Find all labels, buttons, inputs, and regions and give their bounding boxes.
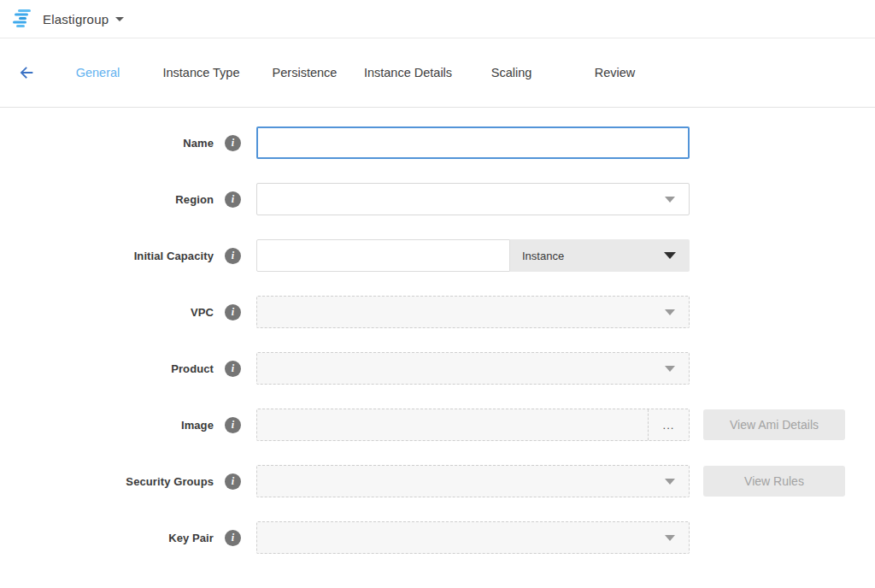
form-row-image: Image i ... View Ami Details [0, 409, 875, 441]
info-icon[interactable]: i [225, 530, 241, 546]
key-pair-label: Key Pair [0, 532, 214, 544]
chevron-down-icon [665, 366, 675, 372]
topbar: Elastigroup [0, 0, 875, 38]
arrow-back-icon [17, 63, 36, 82]
chevron-down-icon [665, 197, 675, 203]
back-button[interactable] [12, 58, 41, 87]
security-groups-select [256, 465, 690, 497]
chevron-down-icon [664, 252, 676, 259]
key-pair-select [256, 521, 690, 554]
form-row-vpc: VPC i [0, 296, 875, 328]
name-input[interactable] [256, 126, 690, 159]
capacity-unit-value: Instance [522, 250, 664, 262]
info-icon[interactable]: i [225, 473, 241, 490]
form-row-security-groups: Security Groups i View Rules [0, 465, 875, 497]
capacity-unit-select[interactable]: Instance [510, 239, 690, 272]
product-label: Product [0, 362, 214, 375]
elastigroup-logo-icon [12, 9, 34, 28]
form-row-product: Product i [0, 352, 875, 385]
info-icon[interactable]: i [225, 135, 241, 151]
initial-capacity-label: Initial Capacity [0, 250, 214, 262]
initial-capacity-input[interactable] [256, 239, 510, 272]
chevron-down-icon [115, 17, 124, 21]
info-icon[interactable]: i [225, 417, 241, 433]
tab-general[interactable]: General [46, 66, 150, 79]
form-row-key-pair: Key Pair i [0, 521, 875, 554]
info-icon[interactable]: i [225, 304, 241, 320]
tab-scaling[interactable]: Scaling [460, 66, 563, 79]
app-switcher[interactable]: Elastigroup [43, 12, 124, 26]
info-icon[interactable]: i [225, 191, 241, 208]
tab-instance-type[interactable]: Instance Type [150, 66, 253, 79]
security-groups-label: Security Groups [0, 475, 214, 488]
view-ami-details-button[interactable]: View Ami Details [703, 409, 845, 440]
form-row-region: Region i [0, 183, 875, 215]
image-browse-button[interactable]: ... [648, 409, 689, 440]
wizard-tabs: General Instance Type Persistence Instan… [46, 66, 667, 79]
chevron-down-icon [665, 479, 675, 485]
general-settings-form: Name i Region i Initial Capacity i Insta… [0, 108, 875, 554]
image-value [257, 409, 648, 440]
chevron-down-icon [665, 535, 675, 541]
view-rules-button[interactable]: View Rules [703, 466, 845, 497]
wizard-tabbar: General Instance Type Persistence Instan… [0, 38, 875, 108]
tab-instance-details[interactable]: Instance Details [356, 66, 460, 79]
vpc-select [256, 296, 690, 328]
region-select[interactable] [256, 183, 690, 215]
tab-review[interactable]: Review [563, 66, 667, 79]
region-label: Region [0, 193, 214, 206]
name-label: Name [0, 137, 214, 150]
form-row-initial-capacity: Initial Capacity i Instance [0, 239, 875, 272]
form-row-name: Name i [0, 126, 875, 159]
vpc-label: VPC [0, 306, 214, 319]
info-icon[interactable]: i [225, 361, 241, 377]
product-select [256, 352, 690, 385]
tab-persistence[interactable]: Persistence [253, 66, 356, 79]
image-label: Image [0, 419, 214, 432]
image-input: ... [256, 409, 690, 441]
info-icon[interactable]: i [225, 248, 241, 264]
app-name: Elastigroup [43, 12, 109, 26]
chevron-down-icon [665, 309, 675, 315]
